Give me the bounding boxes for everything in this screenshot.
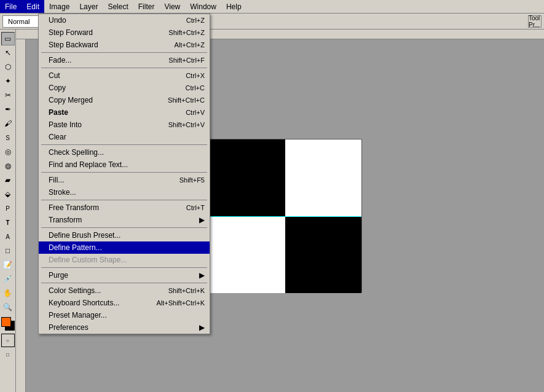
menu-view[interactable]: View [159, 0, 185, 13]
menu-fade[interactable]: Fade... Shift+Ctrl+F [39, 54, 210, 66]
menubar: File Edit Image Layer Select Filter View… [0, 0, 544, 14]
marquee-tool-btn[interactable]: ▭ [1, 32, 15, 45]
move-tool-btn[interactable]: ↖ [1, 46, 15, 60]
menu-paste-into[interactable]: Paste Into Shift+Ctrl+V [39, 119, 210, 131]
menu-check-spelling[interactable]: Check Spelling... [39, 146, 210, 159]
separator-2 [41, 68, 207, 68]
image-canvas [208, 139, 362, 292]
tool-preset-btn[interactable]: Tool Pr... [528, 15, 542, 28]
menu-edit[interactable]: Edit [22, 0, 44, 13]
quick-mask-btn[interactable]: ○ [1, 334, 15, 347]
separator-7 [41, 267, 207, 268]
menu-layer[interactable]: Layer [74, 0, 103, 13]
eyedropper-tool-btn[interactable]: 💉 [1, 272, 15, 286]
menu-define-brush[interactable]: Define Brush Preset... [39, 229, 210, 241]
checker-cell-tl [209, 139, 285, 216]
healing-tool-btn[interactable]: ✒ [1, 103, 15, 116]
lasso-tool-btn[interactable]: ⬡ [1, 60, 15, 74]
magic-wand-btn[interactable]: ✦ [1, 74, 15, 88]
type-tool-btn[interactable]: T [1, 216, 15, 229]
separator-3 [41, 144, 207, 145]
path-tool-btn[interactable]: A [1, 230, 15, 243]
menu-keyboard-shortcuts[interactable]: Keyboard Shortcuts... Alt+Shift+Ctrl+K [39, 297, 210, 309]
menu-step-backward[interactable]: Step Backward Alt+Ctrl+Z [39, 39, 210, 51]
menu-select[interactable]: Select [103, 0, 133, 13]
separator-5 [41, 200, 207, 200]
menu-paste[interactable]: Paste Ctrl+V [39, 106, 210, 119]
brush-tool-btn[interactable]: 🖌 [1, 117, 15, 130]
shape-tool-btn[interactable]: □ [1, 244, 15, 257]
separator-4 [41, 172, 207, 173]
checker-cell-tr [285, 139, 361, 216]
menu-preset-manager[interactable]: Preset Manager... [39, 309, 210, 321]
eraser-tool-btn[interactable]: ◍ [1, 159, 15, 173]
ruler-left [16, 39, 26, 392]
tool-preset-label: Tool Pr... [529, 15, 541, 28]
menu-transform[interactable]: Transform ▶ [39, 214, 210, 226]
menu-copy[interactable]: Copy Ctrl+C [39, 82, 210, 94]
gradient-tool-btn[interactable]: ▰ [1, 173, 15, 187]
menu-filter[interactable]: Filter [133, 0, 160, 13]
menu-copy-merged[interactable]: Copy Merged Shift+Ctrl+C [39, 94, 210, 106]
pen-tool-btn[interactable]: P [1, 202, 15, 215]
zoom-tool-btn[interactable]: 🔍 [1, 300, 15, 314]
separator-6 [41, 227, 207, 228]
menu-cut[interactable]: Cut Ctrl+X [39, 69, 210, 82]
notes-tool-btn[interactable]: 📝 [1, 258, 15, 272]
menu-undo[interactable]: Undo Ctrl+Z [39, 14, 210, 26]
menu-free-transform[interactable]: Free Transform Ctrl+T [39, 202, 210, 214]
menu-image[interactable]: Image [44, 0, 74, 13]
menu-preferences[interactable]: Preferences ▶ [39, 321, 210, 334]
menu-window[interactable]: Window [185, 0, 221, 13]
menu-clear[interactable]: Clear [39, 131, 210, 143]
crop-tool-btn[interactable]: ✂ [1, 88, 15, 102]
menu-step-forward[interactable]: Step Forward Shift+Ctrl+Z [39, 26, 210, 39]
stamp-tool-btn[interactable]: S [1, 131, 15, 144]
checker-cell-br [285, 216, 361, 293]
screen-mode-btn[interactable]: □ [1, 348, 15, 361]
menu-help[interactable]: Help [221, 0, 246, 13]
tools-panel: ▭ ↖ ⬡ ✦ ✂ ✒ 🖌 S ◎ ◍ ▰ ⬙ P T A □ 📝 💉 ✋ 🔍 … [0, 29, 16, 392]
checker-cell-bl [209, 216, 285, 293]
menu-purge[interactable]: Purge ▶ [39, 269, 210, 281]
menu-define-pattern[interactable]: Define Pattern... [39, 241, 210, 254]
edit-menu-dropdown: Undo Ctrl+Z Step Forward Shift+Ctrl+Z St… [38, 14, 210, 334]
color-swatches[interactable] [1, 317, 15, 331]
menu-stroke[interactable]: Stroke... [39, 186, 210, 198]
history-tool-btn[interactable]: ◎ [1, 145, 15, 159]
menu-define-custom-shape: Define Custom Shape... [39, 254, 210, 266]
menu-color-settings[interactable]: Color Settings... Shift+Ctrl+K [39, 284, 210, 297]
menu-fill[interactable]: Fill... Shift+F5 [39, 174, 210, 186]
menu-file[interactable]: File [0, 0, 22, 13]
menu-find-replace[interactable]: Find and Replace Text... [39, 159, 210, 171]
separator-8 [41, 283, 207, 283]
foreground-color-swatch[interactable] [1, 317, 11, 327]
hand-tool-btn[interactable]: ✋ [1, 286, 15, 300]
dodge-tool-btn[interactable]: ⬙ [1, 187, 15, 201]
separator-1 [41, 52, 207, 53]
